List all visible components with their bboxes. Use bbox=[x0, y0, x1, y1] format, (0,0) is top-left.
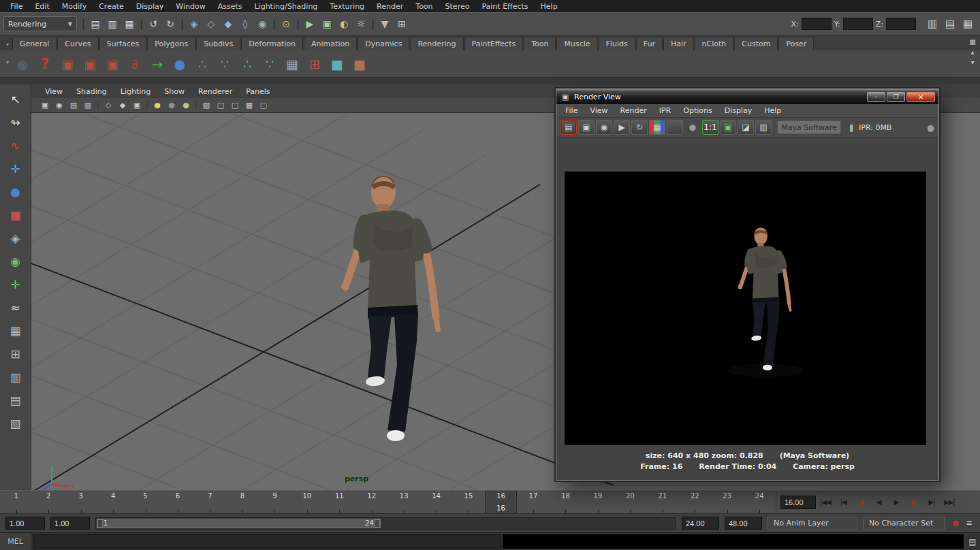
camera-aim-icon[interactable]: ▣ bbox=[80, 54, 100, 74]
paint-select-tool[interactable]: ∿ bbox=[4, 135, 27, 156]
snapshot-icon[interactable]: ◉ bbox=[596, 120, 612, 135]
snap-to-grid-icon[interactable]: ◈ bbox=[186, 15, 202, 33]
snap-to-plane-icon[interactable]: ◊ bbox=[237, 15, 253, 33]
shelf-tab[interactable]: Hair bbox=[663, 37, 694, 50]
timeline-tick[interactable]: 22 bbox=[679, 491, 711, 513]
render-view-menu-item[interactable]: Help bbox=[758, 106, 787, 115]
x-coordinate-input[interactable] bbox=[802, 18, 832, 30]
construction-history-icon[interactable]: ⊙ bbox=[278, 15, 294, 33]
safe-action-icon[interactable]: ▢ bbox=[257, 99, 270, 112]
rotate-tool[interactable]: ● bbox=[4, 181, 27, 202]
scale-tool[interactable]: ■ bbox=[4, 204, 27, 225]
animation-start-input[interactable] bbox=[5, 517, 45, 530]
textured-icon[interactable]: ▣ bbox=[130, 99, 144, 112]
command-line-mode-label[interactable]: MEL bbox=[0, 533, 31, 550]
render-view-menu-item[interactable]: IPR bbox=[653, 106, 678, 115]
bookmarks-icon[interactable]: ▥ bbox=[81, 99, 95, 112]
y-coordinate-input[interactable] bbox=[843, 18, 873, 30]
render-settings-icon[interactable]: ☼ bbox=[353, 15, 369, 33]
render-view-menu-item[interactable]: File bbox=[559, 106, 584, 115]
time-slider[interactable]: 16 1234567891011121314151617181920212223… bbox=[0, 491, 776, 513]
shelf-menu-icon[interactable]: ▾ bbox=[3, 42, 12, 50]
timeline-tick[interactable]: 19 bbox=[582, 491, 614, 513]
use-all-lights-icon[interactable]: ● bbox=[165, 99, 178, 112]
maximize-button[interactable]: ❐ bbox=[887, 92, 905, 102]
timeline-tick[interactable]: 9 bbox=[259, 491, 291, 513]
menu-item[interactable]: Render bbox=[370, 2, 409, 11]
playback-range-bar[interactable]: 1 24 bbox=[97, 519, 381, 528]
shelf-tab[interactable]: Polygons bbox=[147, 37, 195, 50]
animation-preferences-icon[interactable]: ≡ bbox=[964, 519, 975, 528]
menu-item[interactable]: Assets bbox=[212, 2, 249, 11]
render-view-titlebar[interactable]: ▣ Render View – ❐ × bbox=[556, 89, 938, 104]
timeline-tick[interactable]: 7 bbox=[194, 491, 226, 513]
redo-icon[interactable]: ↻ bbox=[162, 15, 178, 33]
isolate-select-icon[interactable]: ▧ bbox=[200, 99, 213, 112]
toggle-tool-settings-icon[interactable]: ▤ bbox=[941, 15, 959, 33]
lock-camera-icon[interactable]: ◉ bbox=[52, 99, 66, 112]
panel-menu-item[interactable]: Shading bbox=[69, 87, 114, 96]
panel-menu-item[interactable]: Lighting bbox=[114, 87, 157, 96]
toggle-attribute-editor-icon[interactable]: ▥ bbox=[923, 15, 941, 33]
layout-hypershade-button[interactable]: ▧ bbox=[4, 413, 27, 434]
menu-item[interactable]: Toon bbox=[409, 2, 439, 11]
shelf-tab[interactable]: Poser bbox=[778, 37, 814, 50]
menu-item[interactable]: Create bbox=[93, 2, 130, 11]
timeline-tick[interactable]: 21 bbox=[646, 491, 678, 513]
menu-item[interactable]: Texturing bbox=[323, 2, 370, 11]
refresh-ipr-icon[interactable]: ↻ bbox=[631, 120, 648, 135]
shelf-options-icon[interactable]: ▾ bbox=[3, 59, 12, 68]
render-view-menu-item[interactable]: Options bbox=[677, 106, 718, 115]
go-to-end-button[interactable]: ▶▶| bbox=[941, 495, 958, 510]
graph-editor-icon[interactable]: ▦ bbox=[282, 54, 302, 74]
wireframe-icon[interactable]: ◇ bbox=[101, 99, 115, 112]
menu-item[interactable]: Help bbox=[535, 2, 564, 11]
script-editor-icon[interactable]: ▤ bbox=[965, 533, 980, 550]
layout-persp-graph-button[interactable]: ▤ bbox=[4, 389, 27, 410]
minimize-button[interactable]: – bbox=[867, 92, 885, 102]
paint-effects-brush-icon[interactable]: ∂ bbox=[125, 54, 145, 74]
help-icon[interactable]: ? bbox=[35, 54, 55, 74]
render-camera-icon[interactable]: ▣ bbox=[57, 54, 78, 74]
shelf-tab[interactable]: Subdivs bbox=[196, 37, 240, 50]
shelf-tab[interactable]: Rendering bbox=[410, 37, 463, 50]
snap-to-curve-icon[interactable]: ◇ bbox=[203, 15, 219, 33]
snap-to-point-icon[interactable]: ◆ bbox=[220, 15, 236, 33]
blinn-sphere-icon[interactable]: ● bbox=[170, 54, 190, 74]
show-manipulator-tool[interactable]: ✛ bbox=[4, 274, 27, 295]
save-scene-icon[interactable]: ▦ bbox=[121, 15, 138, 33]
step-back-key-button[interactable]: ◀ bbox=[853, 495, 869, 510]
edit-region-icon[interactable]: ◪ bbox=[738, 120, 754, 135]
set-driven-key-icon[interactable]: ⊞ bbox=[304, 54, 325, 74]
shelf-scroll-down-icon[interactable]: ▾ bbox=[967, 57, 978, 67]
panel-menu-item[interactable]: Show bbox=[157, 87, 191, 96]
shelf-tab[interactable]: PaintEffects bbox=[464, 37, 524, 50]
shadows-icon[interactable]: ● bbox=[179, 99, 193, 112]
node-tree-2-icon[interactable]: ∵ bbox=[259, 54, 280, 74]
go-to-start-button[interactable]: |◀◀ bbox=[817, 495, 834, 510]
menu-item[interactable]: Modify bbox=[56, 2, 93, 11]
timeline-tick[interactable]: 11 bbox=[323, 491, 355, 513]
timeline-tick[interactable]: 16 bbox=[485, 491, 517, 513]
absolute-mode-icon[interactable]: ⊞ bbox=[394, 15, 410, 33]
timeline-tick[interactable]: 14 bbox=[420, 491, 452, 513]
move-tool[interactable]: ✛ bbox=[4, 158, 27, 179]
menu-item[interactable]: Lighting/Shading bbox=[248, 2, 323, 11]
timeline-tick[interactable]: 17 bbox=[517, 491, 549, 513]
panel-menu-item[interactable]: View bbox=[38, 87, 69, 96]
shading-network-2-icon[interactable]: ∵ bbox=[215, 54, 235, 74]
timeline-tick[interactable]: 1 bbox=[0, 491, 32, 513]
shelf-tab[interactable]: Custom bbox=[734, 37, 778, 50]
shelf-tab[interactable]: Fur bbox=[636, 37, 663, 50]
current-time-input[interactable] bbox=[780, 496, 816, 509]
shelf-tab[interactable]: Muscle bbox=[556, 37, 597, 50]
character-set-dropdown[interactable]: No Character Set bbox=[863, 517, 945, 530]
last-tool-used[interactable]: ≈ bbox=[4, 297, 27, 318]
step-forward-key-button[interactable]: ▶ bbox=[906, 495, 922, 510]
shelf-tab[interactable]: Deformation bbox=[241, 37, 303, 50]
smooth-shade-icon[interactable]: ◆ bbox=[116, 99, 129, 112]
timeline-tick[interactable]: 4 bbox=[97, 491, 129, 513]
timeline-tick[interactable]: 12 bbox=[355, 491, 388, 513]
timeline-tick[interactable]: 13 bbox=[388, 491, 420, 513]
alpha-channel-icon[interactable]: ● bbox=[684, 120, 701, 135]
